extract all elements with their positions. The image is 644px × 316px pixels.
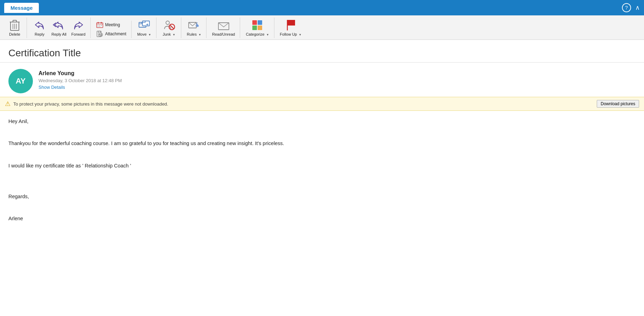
body-line-2: Thankyou for the wonderful coaching cour…: [8, 139, 636, 148]
ribbon-group-categorize: Categorize ▼: [241, 17, 274, 38]
email-subject: Certification Title: [0, 40, 644, 63]
follow-up-label: Follow Up: [280, 32, 297, 36]
move-dropdown-arrow: ▼: [148, 33, 151, 36]
ribbon-group-delete: Delete: [3, 17, 27, 38]
privacy-warning-bar: ⚠ To protect your privacy, some pictures…: [0, 97, 644, 111]
move-label: Move: [137, 32, 147, 36]
categorize-icon: [251, 19, 264, 31]
ribbon: Delete Reply Reply All: [0, 15, 644, 40]
sender-name: Arlene Young: [38, 70, 122, 77]
rules-label: Rules: [187, 32, 197, 36]
svg-rect-16: [98, 31, 100, 33]
follow-up-dropdown-arrow: ▼: [299, 33, 302, 36]
svg-rect-27: [258, 20, 262, 25]
privacy-bar-left: ⚠ To protect your privacy, some pictures…: [5, 100, 168, 108]
help-icon: ?: [622, 3, 631, 12]
svg-rect-29: [258, 26, 262, 30]
ribbon-group-reply: Reply Reply All Forward: [28, 17, 91, 38]
ribbon-group-rules: Rules ▼: [182, 17, 206, 38]
forward-label: Forward: [71, 32, 85, 37]
meeting-button[interactable]: Meeting: [94, 21, 128, 29]
show-details-link[interactable]: Show Details: [38, 85, 122, 90]
junk-icon: [163, 19, 175, 31]
svg-rect-26: [252, 20, 257, 25]
privacy-warning-text: To protect your privacy, some pictures i…: [13, 101, 168, 107]
email-body: Hey Anil, Thankyou for the wonderful coa…: [0, 111, 644, 234]
body-line-4: Regards,: [8, 192, 636, 201]
read-unread-button[interactable]: Read/Unread: [210, 17, 237, 38]
junk-label: Junk: [163, 32, 171, 36]
follow-up-button[interactable]: Follow Up ▼: [278, 17, 304, 38]
body-line-3: I would like my certificate title as ' R…: [8, 161, 636, 170]
meeting-attachment-group: Meeting Attachment: [94, 21, 128, 38]
rules-label-wrap: Rules ▼: [187, 32, 201, 37]
categorize-button[interactable]: Categorize ▼: [244, 17, 271, 38]
read-unread-label: Read/Unread: [212, 32, 235, 37]
move-icon: [138, 19, 150, 31]
follow-up-icon: [285, 19, 297, 31]
svg-rect-7: [98, 22, 99, 23]
rules-dropdown-arrow: ▼: [198, 33, 201, 36]
svg-point-21: [166, 21, 169, 24]
attachment-button[interactable]: Attachment: [94, 30, 128, 38]
download-pictures-button[interactable]: Download pictures: [597, 100, 639, 108]
delete-icon: [8, 19, 21, 31]
ribbon-group-junk: Junk ▼: [157, 17, 181, 38]
categorize-label: Categorize: [246, 32, 264, 36]
body-line-5: Arlene: [8, 214, 636, 223]
meeting-label: Meeting: [105, 22, 120, 27]
ribbon-group-meeting: Meeting Attachment: [91, 21, 132, 38]
warning-icon: ⚠: [5, 100, 10, 108]
rules-button[interactable]: Rules ▼: [185, 17, 203, 38]
forward-button[interactable]: Forward: [69, 17, 88, 38]
svg-rect-28: [252, 26, 257, 30]
read-unread-icon: [217, 19, 230, 31]
avatar: AY: [8, 69, 33, 93]
reply-all-icon: [52, 19, 65, 31]
svg-rect-20: [142, 21, 149, 26]
body-line-1: Hey Anil,: [8, 117, 636, 126]
move-label-wrap: Move ▼: [137, 32, 151, 37]
ribbon-group-move: Move ▼: [132, 17, 156, 38]
reply-all-button[interactable]: Reply All: [49, 17, 69, 38]
ribbon-group-read: Read/Unread: [207, 17, 240, 38]
categorize-dropdown-arrow: ▼: [266, 33, 269, 36]
junk-button[interactable]: Junk ▼: [160, 17, 178, 38]
delete-label: Delete: [9, 32, 20, 37]
move-button[interactable]: Move ▼: [135, 17, 153, 38]
categorize-label-wrap: Categorize ▼: [246, 32, 269, 37]
email-content-area: Certification Title AY Arlene Young Wedn…: [0, 40, 644, 316]
delete-button[interactable]: Delete: [6, 17, 24, 38]
junk-label-wrap: Junk ▼: [163, 32, 175, 37]
help-button[interactable]: ?: [622, 3, 631, 12]
svg-point-14: [99, 26, 100, 27]
meeting-icon: [96, 22, 103, 28]
follow-up-label-wrap: Follow Up ▼: [280, 32, 302, 37]
collapse-button[interactable]: ∧: [635, 4, 640, 12]
message-tab[interactable]: Message: [4, 3, 39, 13]
svg-point-10: [98, 25, 98, 26]
forward-icon: [72, 19, 85, 31]
svg-point-12: [101, 25, 102, 26]
title-controls: ? ∧: [622, 3, 640, 12]
svg-point-11: [99, 25, 100, 26]
attachment-icon: [96, 31, 103, 37]
title-bar: Message ? ∧: [0, 0, 644, 15]
sender-area: AY Arlene Young Wednesday, 3 October 201…: [0, 63, 644, 97]
reply-label: Reply: [35, 32, 44, 37]
ribbon-group-followup: Follow Up ▼: [275, 17, 307, 38]
rules-icon: [188, 19, 200, 31]
junk-dropdown-arrow: ▼: [173, 33, 175, 36]
svg-point-13: [98, 26, 98, 27]
svg-rect-8: [101, 22, 102, 23]
attachment-label: Attachment: [105, 31, 126, 36]
sender-date: Wednesday, 3 October 2018 at 12:48 PM: [38, 78, 122, 83]
reply-button[interactable]: Reply: [30, 17, 49, 38]
sender-info: Arlene Young Wednesday, 3 October 2018 a…: [38, 69, 122, 90]
reply-all-label: Reply All: [51, 32, 66, 37]
reply-icon: [33, 19, 46, 31]
